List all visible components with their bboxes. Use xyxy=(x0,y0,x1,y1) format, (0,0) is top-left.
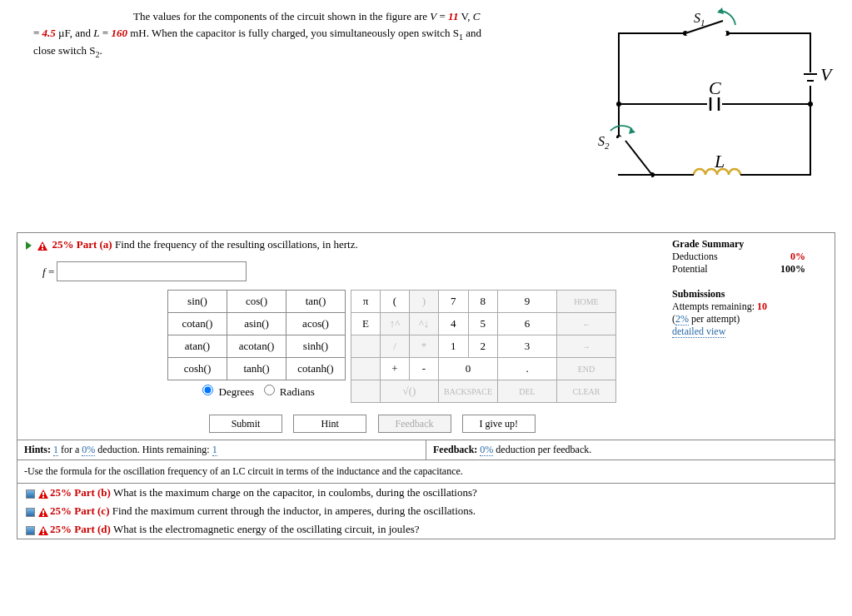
svg-rect-38 xyxy=(42,514,44,516)
detailed-view-link[interactable]: detailed view xyxy=(672,325,725,338)
pi-button[interactable]: π xyxy=(351,291,381,313)
svg-point-29 xyxy=(616,102,621,107)
warning-icon xyxy=(38,489,48,499)
rparen-button[interactable]: ) xyxy=(410,291,439,313)
svg-text:V: V xyxy=(820,64,834,85)
cotanh-button[interactable]: cotanh() xyxy=(286,358,346,380)
degrees-radio[interactable]: Degrees xyxy=(198,385,254,398)
left-button[interactable]: ← xyxy=(557,313,616,335)
clear-button[interactable]: CLEAR xyxy=(557,380,616,403)
asin-button[interactable]: asin() xyxy=(227,313,286,335)
num-5[interactable]: 5 xyxy=(468,313,498,335)
function-keypad: sin()cos()tan() cotan()asin()acos() atan… xyxy=(167,290,346,400)
minus-button[interactable]: - xyxy=(410,358,439,380)
sin-button[interactable]: sin() xyxy=(168,291,227,313)
expand-icon[interactable] xyxy=(26,241,32,250)
svg-rect-31 xyxy=(42,244,43,247)
svg-rect-40 xyxy=(42,529,44,532)
svg-marker-5 xyxy=(717,7,724,14)
home-button[interactable]: HOME xyxy=(557,291,616,313)
svg-text:L: L xyxy=(714,151,725,171)
cosh-button[interactable]: cosh() xyxy=(168,358,227,380)
giveup-button[interactable]: I give up! xyxy=(462,415,536,433)
num-0[interactable]: 0 xyxy=(439,358,498,380)
svg-line-22 xyxy=(625,141,652,175)
hint-button[interactable]: Hint xyxy=(293,415,366,433)
feedback-deduction-link[interactable]: 0% xyxy=(480,444,493,456)
radians-radio[interactable]: Radians xyxy=(260,385,315,398)
circuit-figure: S1 V C S2 xyxy=(594,4,835,199)
cos-button[interactable]: cos() xyxy=(227,291,286,313)
mul-button[interactable]: * xyxy=(410,335,439,358)
svg-rect-35 xyxy=(42,496,44,498)
lparen-button[interactable]: ( xyxy=(381,291,410,313)
num-4[interactable]: 4 xyxy=(439,313,469,335)
acos-button[interactable]: acos() xyxy=(286,313,346,335)
answer-input[interactable] xyxy=(57,261,247,281)
up-button[interactable]: ↑^ xyxy=(381,313,410,335)
feedback-button[interactable]: Feedback xyxy=(378,415,451,433)
collapse-icon xyxy=(26,526,35,535)
num-7[interactable]: 7 xyxy=(439,291,469,313)
num-9[interactable]: 9 xyxy=(498,291,557,313)
backspace-button[interactable]: BACKSPACE xyxy=(439,380,498,403)
problem-statement: The values for the components of the cir… xyxy=(33,8,486,61)
warning-icon xyxy=(38,508,48,517)
svg-text:S1: S1 xyxy=(694,11,705,27)
svg-text:C: C xyxy=(709,77,721,98)
end-button[interactable]: END xyxy=(557,358,616,380)
svg-rect-41 xyxy=(42,533,44,534)
cotan-button[interactable]: cotan() xyxy=(168,313,227,335)
part-d-header[interactable]: 25% Part (d) What is the electromagnetic… xyxy=(17,520,835,539)
svg-rect-19 xyxy=(616,138,621,174)
numeric-keypad: π()789HOME E↑^^↓456← /*123→ +-0.END √()B… xyxy=(351,290,616,403)
num-6[interactable]: 6 xyxy=(498,313,557,335)
warning-icon xyxy=(37,241,47,251)
feedback-info: Feedback: 0% deduction per feedback. xyxy=(426,440,835,460)
collapse-icon xyxy=(26,489,35,499)
num-2[interactable]: 2 xyxy=(468,335,498,358)
svg-rect-3 xyxy=(686,32,726,35)
part-b-header[interactable]: 25% Part (b) What is the maximum charge … xyxy=(17,484,835,502)
sqrt-button[interactable]: √() xyxy=(381,380,439,403)
down-button[interactable]: ^↓ xyxy=(410,313,439,335)
svg-rect-32 xyxy=(42,248,43,250)
svg-rect-34 xyxy=(42,492,44,495)
hints-deduction-link[interactable]: 0% xyxy=(82,444,95,456)
submit-button[interactable]: Submit xyxy=(209,415,282,433)
acotan-button[interactable]: acotan() xyxy=(227,335,286,358)
del-button[interactable]: DEL xyxy=(498,380,557,403)
num-1[interactable]: 1 xyxy=(439,335,469,358)
hints-remaining-link[interactable]: 1 xyxy=(212,444,217,456)
atan-button[interactable]: atan() xyxy=(168,335,227,358)
tan-button[interactable]: tan() xyxy=(286,291,346,313)
part-c-header[interactable]: 25% Part (c) Find the maximum current th… xyxy=(17,502,835,520)
warning-icon xyxy=(38,526,48,535)
right-button[interactable]: → xyxy=(557,335,616,358)
svg-text:S2: S2 xyxy=(598,134,610,151)
svg-rect-13 xyxy=(707,97,722,111)
sinh-button[interactable]: sinh() xyxy=(286,335,346,358)
svg-rect-37 xyxy=(42,510,44,514)
hint-text: -Use the formula for the oscillation fre… xyxy=(17,460,835,483)
svg-point-12 xyxy=(808,102,813,107)
per-attempt-link[interactable]: 2% xyxy=(675,313,689,325)
num-3[interactable]: 3 xyxy=(498,335,557,358)
dot-button[interactable]: . xyxy=(498,358,557,380)
num-8[interactable]: 8 xyxy=(468,291,498,313)
div-button[interactable]: / xyxy=(381,335,410,358)
collapse-icon xyxy=(26,508,35,517)
e-button[interactable]: E xyxy=(351,313,381,335)
plus-button[interactable]: + xyxy=(381,358,410,380)
hints-info: Hints: 1 for a 0% deduction. Hints remai… xyxy=(17,440,426,460)
grade-summary: Grade Summary Deductions0% Potential100%… xyxy=(672,238,805,338)
tanh-button[interactable]: tanh() xyxy=(227,358,286,380)
